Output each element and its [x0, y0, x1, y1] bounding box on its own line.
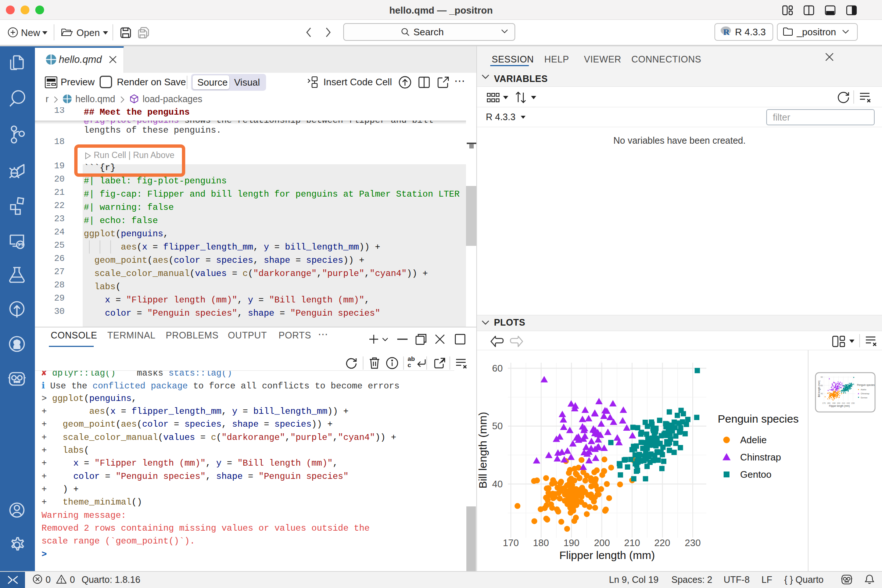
- svg-text:230: 230: [851, 402, 854, 404]
- svg-text:210: 210: [842, 402, 845, 404]
- svg-text:40: 40: [492, 478, 503, 489]
- svg-text:200: 200: [594, 537, 610, 548]
- svg-text:Penguin species: Penguin species: [857, 384, 874, 387]
- svg-text:Flipper length (mm): Flipper length (mm): [829, 405, 850, 408]
- svg-text:50: 50: [492, 420, 503, 432]
- svg-text:Bill length (mm): Bill length (mm): [818, 380, 820, 397]
- svg-text:Adelie: Adelie: [740, 434, 766, 446]
- svg-text:50: 50: [820, 384, 823, 387]
- svg-text:170: 170: [503, 537, 519, 548]
- svg-text:Adelie: Adelie: [861, 388, 866, 391]
- svg-text:170: 170: [822, 402, 825, 404]
- svg-text:Bill length (mm): Bill length (mm): [477, 412, 489, 488]
- svg-text:Chinstrap: Chinstrap: [740, 452, 781, 463]
- svg-text:220: 220: [654, 537, 670, 548]
- svg-text:Gentoo: Gentoo: [740, 469, 771, 480]
- svg-text:200: 200: [837, 402, 840, 404]
- svg-text:180: 180: [533, 537, 549, 548]
- svg-text:230: 230: [685, 537, 700, 548]
- svg-text:Penguin species: Penguin species: [718, 413, 799, 425]
- svg-text:Flipper length (mm): Flipper length (mm): [560, 549, 655, 561]
- svg-text:Chinstrap: Chinstrap: [861, 393, 870, 395]
- svg-text:40: 40: [820, 393, 823, 395]
- svg-text:210: 210: [624, 537, 640, 548]
- svg-text:180: 180: [827, 402, 830, 404]
- svg-text:190: 190: [832, 402, 836, 404]
- svg-text:60: 60: [492, 363, 503, 374]
- svg-text:R: R: [723, 27, 730, 36]
- svg-text:190: 190: [563, 537, 579, 548]
- svg-text:220: 220: [846, 402, 850, 404]
- svg-text:60: 60: [820, 376, 823, 378]
- svg-text:Gentoo: Gentoo: [861, 396, 867, 399]
